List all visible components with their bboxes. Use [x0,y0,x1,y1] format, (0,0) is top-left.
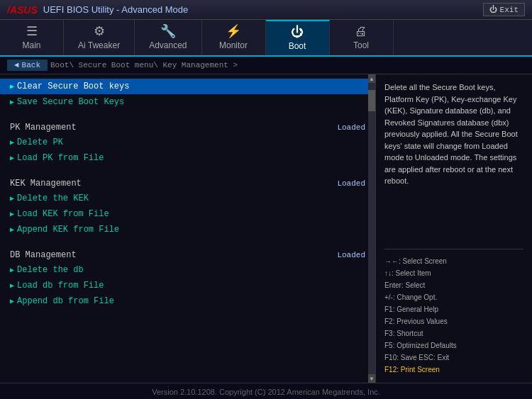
advanced-icon: 🔧 [160,25,176,38]
scroll-up-arrow[interactable]: ▲ [368,74,375,83]
key-hint-select-screen: →←: Select Screen [384,255,523,267]
arrow-icon: ▶ [10,154,14,162]
key-hint-f3: F3: Shortcut [384,327,523,339]
nav-tabs: ☰ Main ⚙ Ai Tweaker 🔧 Advanced ⚡ Monitor… [0,20,532,57]
key-hint-f5: F5: Optimized Defaults [384,339,523,352]
arrow-icon: ▶ [10,138,14,147]
pk-management-header: PK Management Loaded [0,114,375,135]
key-hint-f10: F10: Save ESC: Exit [384,352,523,364]
tab-boot[interactable]: ⏻ Boot [266,20,330,55]
key-hint-f2: F2: Previous Values [384,315,523,327]
menu-item-delete-db[interactable]: ▶ Delete the db [0,262,375,278]
header: /ASUS UEFI BIOS Utility - Advanced Mode … [0,0,532,20]
menu-item-append-db[interactable]: ▶ Append db from File [0,293,375,309]
tab-ai-tweaker[interactable]: ⚙ Ai Tweaker [64,20,135,55]
tool-icon: 🖨 [355,25,367,38]
footer-text: Version 2.10.1208. Copyright (C) 2012 Am… [152,388,380,396]
main-icon: ☰ [26,25,38,38]
tab-monitor[interactable]: ⚡ Monitor [202,20,266,55]
key-hint-change-opt: +/-: Change Opt. [384,291,523,303]
arrow-icon: ▶ [10,266,14,274]
arrow-icon: ▶ [10,281,14,290]
kek-management-header: KEK Management Loaded [0,170,375,191]
menu-list[interactable]: ▶ Clear Secure Boot keys ▶ Save Secure B… [0,74,375,383]
arrow-icon: ▶ [10,98,14,106]
scrollbar[interactable]: ▲ ▼ [368,74,375,383]
ai-tweaker-icon: ⚙ [94,25,105,38]
monitor-icon: ⚡ [226,25,241,38]
asus-logo: /ASUS [7,4,38,16]
exit-icon: ⏻ [489,5,497,14]
footer: Version 2.10.1208. Copyright (C) 2012 Am… [0,383,532,399]
key-hint-f1: F1: General Help [384,303,523,315]
right-panel: Delete all the Secure Boot keys, Platfor… [376,74,532,383]
menu-item-append-kek[interactable]: ▶ Append KEK from File [0,222,375,237]
key-hint-select-item: ↑↓: Select Item [384,267,523,279]
scroll-thumb[interactable] [368,90,375,111]
left-panel: ▶ Clear Secure Boot keys ▶ Save Secure B… [0,74,376,383]
menu-item-load-db[interactable]: ▶ Load db from File [0,278,375,293]
arrow-icon: ▶ [10,82,14,91]
db-management-header: DB Management Loaded [0,242,375,262]
header-title: UEFI BIOS Utility - Advanced Mode [43,4,483,15]
exit-button[interactable]: ⏻ Exit [483,3,525,16]
menu-item-load-kek[interactable]: ▶ Load KEK from File [0,206,375,222]
tab-tool[interactable]: 🖨 Tool [330,20,394,55]
key-hint-enter: Enter: Select [384,279,523,291]
arrow-icon: ▶ [10,194,14,203]
breadcrumb-path: Boot\ Secure Boot menu\ Key Management > [50,61,238,69]
scroll-track[interactable] [368,83,375,374]
boot-icon: ⏻ [291,26,304,38]
tab-advanced[interactable]: 🔧 Advanced [135,20,201,55]
arrow-icon: ▶ [10,297,14,305]
menu-item-delete-pk[interactable]: ▶ Delete PK [0,135,375,150]
key-hint-f12: F12: Print Screen [384,364,523,376]
menu-item-clear-secure-boot[interactable]: ▶ Clear Secure Boot keys [0,79,375,94]
main-content: ▶ Clear Secure Boot keys ▶ Save Secure B… [0,74,532,383]
tab-main[interactable]: ☰ Main [0,20,64,55]
menu-item-delete-kek[interactable]: ▶ Delete the KEK [0,191,375,206]
scroll-down-arrow[interactable]: ▼ [368,374,375,383]
arrow-icon: ▶ [10,225,14,234]
key-hints: →←: Select Screen ↑↓: Select Item Enter:… [384,249,523,376]
breadcrumb: ◄ Back Boot\ Secure Boot menu\ Key Manag… [0,57,532,74]
menu-item-load-pk[interactable]: ▶ Load PK from File [0,150,375,166]
arrow-icon: ▶ [10,210,14,218]
help-text: Delete all the Secure Boot keys, Platfor… [384,82,523,243]
menu-item-save-secure-boot[interactable]: ▶ Save Secure Boot Keys [0,94,375,110]
back-button[interactable]: ◄ Back [7,60,48,71]
back-arrow-icon: ◄ [14,61,19,69]
